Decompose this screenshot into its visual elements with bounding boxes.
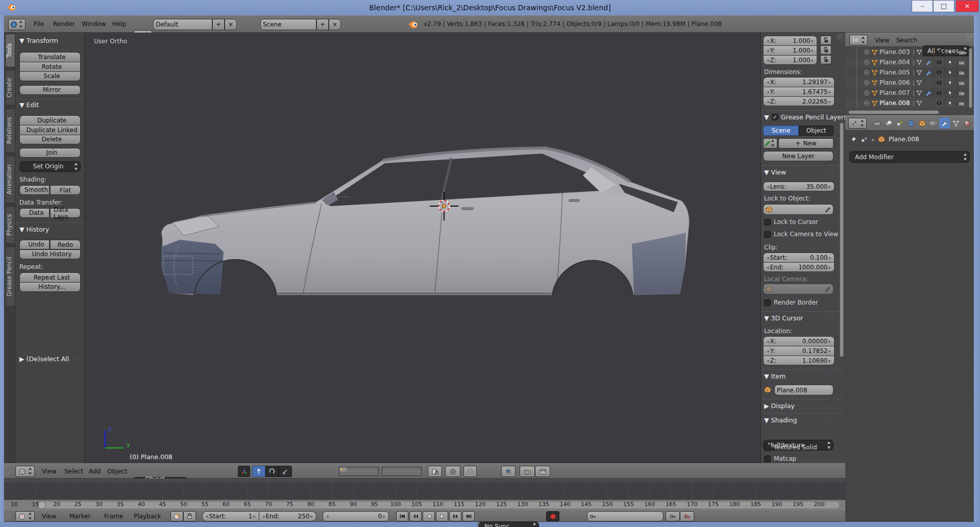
translate-button[interactable]: Translate (19, 52, 81, 62)
grease-pencil-checkbox[interactable]: ✓ (772, 114, 778, 120)
scale-z-lock-button[interactable] (820, 55, 831, 64)
gp-new-button[interactable]: +New (778, 138, 834, 148)
shade-flat-button[interactable]: Flat (50, 185, 81, 195)
play-reverse-button[interactable] (423, 511, 435, 521)
object-name[interactable]: Plane.007 (879, 89, 911, 96)
outliner-row[interactable]: Plane.003| (845, 47, 974, 57)
tl-menu-playback[interactable]: Playback (134, 513, 161, 520)
scale-z-field[interactable]: ◂Z:1.000▸ (763, 55, 817, 65)
sync-mode-dropdown[interactable]: No Sync (479, 521, 539, 527)
outliner-row[interactable]: Plane.005| (845, 67, 974, 78)
tl-menu-view[interactable]: View (42, 513, 56, 520)
breadcrumb-object-name[interactable]: Plane.008 (889, 136, 919, 143)
manipulator-translate-button[interactable] (252, 466, 265, 477)
panel-grip[interactable]: ∷∷ (826, 403, 834, 409)
editor-type-timeline-button[interactable] (15, 511, 35, 521)
jump-to-end-button[interactable] (462, 511, 475, 521)
renderability-camera-icon[interactable] (956, 88, 967, 98)
tab-render[interactable] (872, 118, 883, 129)
panel-grip[interactable]: ∷∷ (826, 373, 834, 379)
tab-modifiers[interactable] (939, 118, 950, 129)
expand-icon[interactable] (864, 80, 870, 86)
selectability-cursor-icon[interactable] (945, 78, 956, 88)
jump-to-start-button[interactable] (396, 511, 408, 521)
opengl-render-button[interactable] (520, 466, 535, 477)
delete-scene-button[interactable]: × (329, 19, 341, 30)
mirror-button[interactable]: Mirror (19, 85, 81, 95)
tab-scene[interactable] (894, 118, 905, 129)
object-name[interactable]: Plane.005 (879, 69, 911, 76)
gp-object-tab[interactable]: Object (799, 126, 834, 136)
delete-keyframe-button[interactable] (680, 511, 694, 521)
outliner-row[interactable]: Plane.008| (845, 98, 974, 108)
cursor-panel-header[interactable]: ▼ 3D Cursor (764, 314, 803, 322)
menu-file[interactable]: File (34, 20, 44, 28)
set-origin-dropdown[interactable]: Set Origin (19, 161, 81, 172)
expand-icon[interactable] (864, 100, 870, 106)
dimension-x-field[interactable]: ◂X:1.29197▸ (763, 77, 835, 87)
proportional-edit-button[interactable] (445, 466, 460, 477)
shade-smooth-button[interactable]: Smooth (19, 185, 50, 195)
local-camera-field[interactable] (763, 284, 834, 294)
visibility-eye-icon[interactable] (934, 98, 945, 108)
resize-grip[interactable] (5, 514, 12, 521)
selectability-cursor-icon[interactable] (945, 47, 956, 57)
display-panel-header[interactable]: ▶ Display (764, 402, 795, 410)
tl-menu-marker[interactable]: Marker (69, 513, 90, 520)
renderability-camera-icon[interactable] (956, 67, 967, 78)
object-name[interactable]: Plane.008 (879, 99, 911, 107)
panel-grip[interactable]: ∷∷ (826, 417, 834, 423)
snap-toggle-button[interactable] (463, 466, 477, 477)
visibility-eye-icon[interactable] (934, 47, 945, 57)
tab-create[interactable]: Create (5, 70, 15, 106)
tab-tools[interactable]: Tools (5, 34, 15, 67)
scale-y-lock-button[interactable] (820, 45, 831, 55)
undo-button[interactable]: Undo (19, 240, 50, 249)
snap-target-button[interactable] (501, 466, 516, 477)
panel-grip[interactable]: ∷∷ (74, 356, 81, 362)
redo-button[interactable]: Redo (50, 240, 81, 249)
tab-grease-pencil[interactable]: Grease Pencil (5, 246, 15, 307)
selectability-cursor-icon[interactable] (945, 98, 956, 108)
frame-start-field[interactable]: ◂Start:1▸ (202, 511, 259, 521)
join-button[interactable]: Join (19, 148, 81, 158)
preview-range-button[interactable] (170, 511, 183, 521)
vp-menu-add[interactable]: Add (89, 468, 101, 475)
editor-type-properties-button[interactable] (848, 118, 867, 129)
selectability-cursor-icon[interactable] (945, 67, 956, 78)
undo-history-button[interactable]: Undo History (19, 249, 81, 259)
insert-keyframe-button[interactable] (666, 511, 680, 521)
gp-scene-tab[interactable]: Scene (763, 126, 799, 136)
add-layout-button[interactable]: + (212, 19, 225, 30)
visibility-eye-icon[interactable] (934, 78, 945, 88)
menu-help[interactable]: Help (112, 20, 126, 28)
maximize-button[interactable]: □ (933, 0, 954, 12)
manipulator-rotate-button[interactable] (265, 466, 279, 477)
active-keying-set-field[interactable] (587, 511, 664, 521)
item-panel-header[interactable]: ▼ Item (764, 372, 786, 380)
gp-draw-mode-button[interactable] (763, 138, 777, 148)
grease-pencil-panel-header[interactable]: ▼✓Grease Pencil Layers (764, 113, 847, 121)
editor-type-info-button[interactable]: i (8, 19, 26, 30)
editor-type-3dview-button[interactable] (15, 466, 35, 477)
dimension-y-field[interactable]: ◂Y:1.67475▸ (763, 87, 835, 96)
transform-panel-header[interactable]: ▼ Transform (19, 37, 58, 44)
outliner-display-dropdown[interactable] (849, 35, 868, 45)
deselect-all-panel-header[interactable]: ▶ (De)select All (19, 355, 69, 363)
renderability-camera-icon[interactable] (956, 57, 967, 67)
scene-field[interactable]: Scene (260, 19, 316, 30)
lock-camera-row[interactable]: Lock Camera to View (764, 231, 838, 238)
tab-render-layers[interactable] (883, 118, 894, 129)
lock-to-object-field[interactable] (763, 204, 834, 215)
outliner-row[interactable]: Plane.006| (845, 78, 974, 88)
tab-animation[interactable]: Animation (5, 156, 15, 204)
view-panel-header[interactable]: ▼ View (764, 168, 786, 176)
scene-lock-button[interactable] (428, 466, 442, 477)
layer-grid-2[interactable] (382, 467, 422, 476)
rotate-button[interactable]: Rotate (19, 62, 81, 71)
viewport-3d[interactable]: User Ortho (85, 33, 761, 463)
add-scene-button[interactable]: + (316, 19, 329, 30)
selectability-cursor-icon[interactable] (945, 88, 956, 98)
prev-keyframe-button[interactable] (409, 511, 422, 521)
delete-button[interactable]: Delete (19, 135, 81, 144)
